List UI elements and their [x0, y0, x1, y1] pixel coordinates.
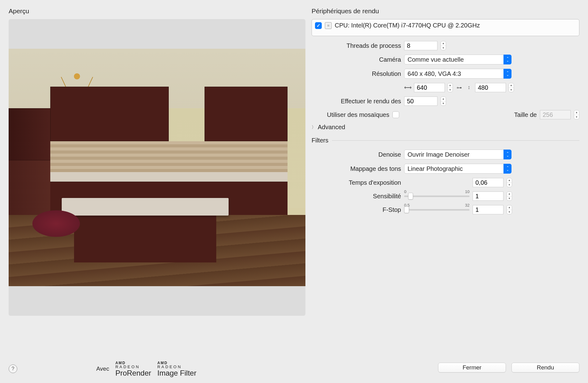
exposure-input[interactable] [473, 178, 503, 187]
render-iterations-input[interactable] [404, 97, 437, 106]
exposure-label: Temps d'exposition [312, 179, 401, 186]
device-list: ✓ ⌗ CPU: Intel(R) Core(TM) i7-4770HQ CPU… [312, 19, 579, 36]
fstop-label: F-Stop [312, 206, 401, 213]
render-iterations-label: Effectuer le rendu des [312, 98, 401, 105]
use-tiles-label: Utiliser des mosaïques [312, 111, 389, 118]
filters-header: Filters [312, 137, 328, 144]
device-checkbox[interactable]: ✓ [315, 22, 322, 29]
tonemap-label: Mappage des tons [312, 165, 401, 172]
link-icon[interactable]: ⊶ [455, 84, 463, 91]
resolution-select[interactable]: 640 x 480, VGA 4:3 [404, 69, 511, 79]
fstop-stepper[interactable]: ▲▼ [507, 205, 512, 214]
chevron-right-icon: 〉 [312, 125, 316, 130]
preview-title: Aperçu [9, 7, 302, 15]
use-tiles-checkbox[interactable] [392, 111, 399, 118]
denoise-select[interactable]: Ouvrir Image Denoiser [404, 150, 511, 159]
tile-size-input [540, 110, 571, 119]
threads-stepper[interactable]: ▲▼ [441, 41, 446, 50]
render-iterations-stepper[interactable]: ▲▼ [441, 97, 446, 106]
exposure-stepper[interactable]: ▲▼ [507, 178, 512, 187]
fstop-slider[interactable] [404, 209, 470, 211]
threads-label: Threads de process [312, 42, 401, 49]
close-button[interactable]: Fermer [438, 363, 506, 373]
tile-size-stepper[interactable]: ▲▼ [574, 110, 579, 119]
render-button[interactable]: Rendu [511, 363, 579, 373]
advanced-disclosure[interactable]: 〉 Advanced [312, 124, 579, 131]
sensitivity-slider[interactable] [404, 196, 470, 197]
fstop-max: 32 [465, 203, 470, 208]
help-button[interactable]: ? [9, 364, 17, 373]
amd-prorender-logo: AMD RADEON ProRender [115, 361, 151, 377]
amd-imagefilter-logo: AMD RADEON Image Filter [157, 361, 197, 377]
height-input[interactable] [475, 83, 506, 92]
device-label: CPU: Intel(R) Core(TM) i7-4770HQ CPU @ 2… [335, 22, 480, 29]
sensitivity-input[interactable] [473, 192, 503, 201]
avec-label: Avec [96, 365, 109, 372]
resolution-label: Résolution [312, 70, 401, 77]
width-input[interactable] [414, 83, 445, 92]
sensitivity-max: 10 [465, 189, 470, 194]
sensitivity-label: Sensibilité [312, 193, 401, 200]
height-stepper[interactable]: ▲▼ [508, 83, 514, 92]
sensitivity-stepper[interactable]: ▲▼ [507, 192, 512, 201]
camera-label: Caméra [312, 56, 401, 63]
sensitivity-min: 0 [404, 189, 406, 194]
cpu-icon: ⌗ [325, 22, 332, 29]
tonemap-select[interactable]: Linear Photographic [404, 164, 511, 174]
threads-input[interactable] [404, 41, 437, 50]
camera-select[interactable]: Comme vue actuelle [404, 55, 511, 64]
height-icon: ↕ [465, 84, 473, 91]
width-icon: ⟷ [404, 84, 412, 91]
devices-title: Périphériques de rendu [312, 7, 579, 15]
fstop-input[interactable] [473, 205, 503, 214]
width-stepper[interactable]: ▲▼ [447, 83, 453, 92]
denoise-label: Denoise [312, 151, 401, 158]
tile-size-label: Taille de [514, 111, 537, 118]
preview-viewport [9, 19, 305, 316]
render-image [9, 49, 305, 286]
